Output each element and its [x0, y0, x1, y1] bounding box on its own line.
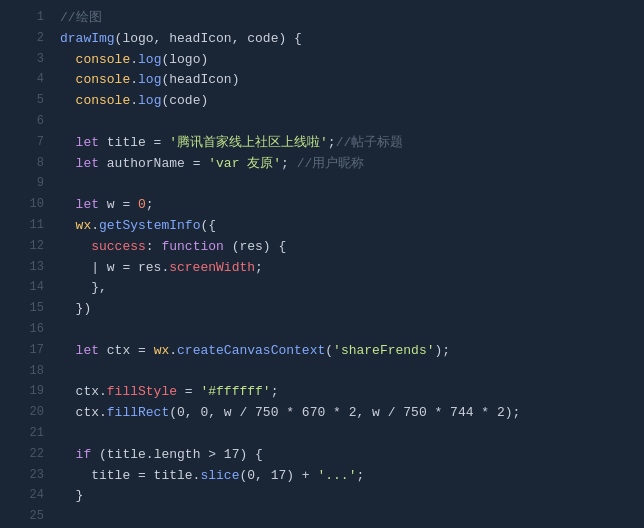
code-token: . [169, 343, 177, 358]
code-token [60, 135, 76, 150]
code-token: if [76, 447, 92, 462]
line-number: 18 [16, 362, 44, 381]
line-number: 14 [16, 278, 44, 297]
code-line: 11 wx.getSystemInfo({ [0, 216, 644, 237]
code-token: drawImg [60, 31, 115, 46]
line-number: 13 [16, 258, 44, 277]
code-token: w = [99, 197, 138, 212]
code-token: console [76, 93, 131, 108]
code-content: }, [60, 278, 628, 299]
code-content [60, 424, 628, 445]
code-content: console.log(headIcon) [60, 70, 628, 91]
code-token: ( [325, 343, 333, 358]
code-line: 7 let title = '腾讯首家线上社区上线啦';//帖子标题 [0, 133, 644, 154]
code-token: //用户昵称 [297, 156, 365, 171]
code-token [60, 156, 76, 171]
code-token: ctx. [60, 405, 107, 420]
code-line: 1//绘图 [0, 8, 644, 29]
line-number: 15 [16, 299, 44, 318]
code-token [60, 93, 76, 108]
code-line: 12 success: function (res) { [0, 237, 644, 258]
code-token: (0, 17) + [239, 468, 317, 483]
line-number: 22 [16, 445, 44, 464]
code-token: log [138, 52, 161, 67]
code-token: ; [255, 260, 263, 275]
code-token: ; [356, 468, 364, 483]
code-token: getSystemInfo [99, 218, 200, 233]
code-token: fillRect [107, 405, 169, 420]
code-token [60, 197, 76, 212]
code-line: 14 }, [0, 278, 644, 299]
code-token: 'var 友原' [208, 156, 281, 171]
code-line: 5 console.log(code) [0, 91, 644, 112]
code-token: '...' [317, 468, 356, 483]
code-line: 18 [0, 362, 644, 383]
code-token: ); [435, 343, 451, 358]
code-editor: 1//绘图2drawImg(logo, headIcon, code) {3 c… [0, 0, 644, 528]
code-token: let [76, 197, 99, 212]
code-token: ({ [200, 218, 216, 233]
code-token: wx [154, 343, 170, 358]
code-token: //帖子标题 [336, 135, 404, 150]
code-token: let [76, 156, 99, 171]
code-line: 3 console.log(logo) [0, 50, 644, 71]
code-token: console [76, 72, 131, 87]
code-line: 8 let authorName = 'var 友原'; //用户昵称 [0, 154, 644, 175]
line-number: 12 [16, 237, 44, 256]
code-line: 23 title = title.slice(0, 17) + '...'; [0, 466, 644, 487]
code-line: 24 } [0, 486, 644, 507]
code-token: ctx. [60, 384, 107, 399]
code-token: (logo, headIcon, code) { [115, 31, 302, 46]
code-token: log [138, 93, 161, 108]
code-content [60, 174, 628, 195]
code-content: } [60, 486, 628, 507]
code-content: title = title.slice(0, 17) + '...'; [60, 466, 628, 487]
code-token: (code) [161, 93, 208, 108]
code-token: . [91, 218, 99, 233]
code-content: ctx.fillRect(0, 0, w / 750 * 670 * 2, w … [60, 403, 628, 424]
code-token: = [177, 384, 200, 399]
code-content [60, 362, 628, 383]
code-token: ; [146, 197, 154, 212]
line-number: 7 [16, 133, 44, 152]
code-content [60, 507, 628, 528]
code-token: . [130, 52, 138, 67]
code-line: 22 if (title.length > 17) { [0, 445, 644, 466]
code-line: 9 [0, 174, 644, 195]
code-token [60, 72, 76, 87]
code-token: (0, 0, w / 750 * 670 * 2, w / 750 * 744 … [169, 405, 520, 420]
line-number: 19 [16, 382, 44, 401]
code-token: '#ffffff' [200, 384, 270, 399]
code-token: authorName = [99, 156, 208, 171]
code-token: (res) { [224, 239, 286, 254]
line-number: 10 [16, 195, 44, 214]
code-token: log [138, 72, 161, 87]
code-content: }) [60, 299, 628, 320]
code-line: 16 [0, 320, 644, 341]
code-token: slice [200, 468, 239, 483]
code-line: 17 let ctx = wx.createCanvasContext('sha… [0, 341, 644, 362]
code-token: (logo) [161, 52, 208, 67]
line-number: 9 [16, 174, 44, 193]
line-number: 25 [16, 507, 44, 526]
code-line: 13 | w = res.screenWidth; [0, 258, 644, 279]
code-content: let authorName = 'var 友原'; //用户昵称 [60, 154, 628, 175]
line-number: 6 [16, 112, 44, 131]
code-token: let [76, 343, 99, 358]
code-token: //绘图 [60, 10, 102, 25]
line-number: 1 [16, 8, 44, 27]
code-content: drawImg(logo, headIcon, code) { [60, 29, 628, 50]
code-token [60, 218, 76, 233]
code-line: 21 [0, 424, 644, 445]
code-content: console.log(logo) [60, 50, 628, 71]
code-token: let [76, 135, 99, 150]
code-token [60, 447, 76, 462]
code-token: . [130, 93, 138, 108]
code-token: fillStyle [107, 384, 177, 399]
code-token: createCanvasContext [177, 343, 325, 358]
code-token: (title.length > 17) { [91, 447, 263, 462]
code-token: ; [281, 156, 297, 171]
line-number: 11 [16, 216, 44, 235]
code-token: . [130, 72, 138, 87]
code-content: console.log(code) [60, 91, 628, 112]
